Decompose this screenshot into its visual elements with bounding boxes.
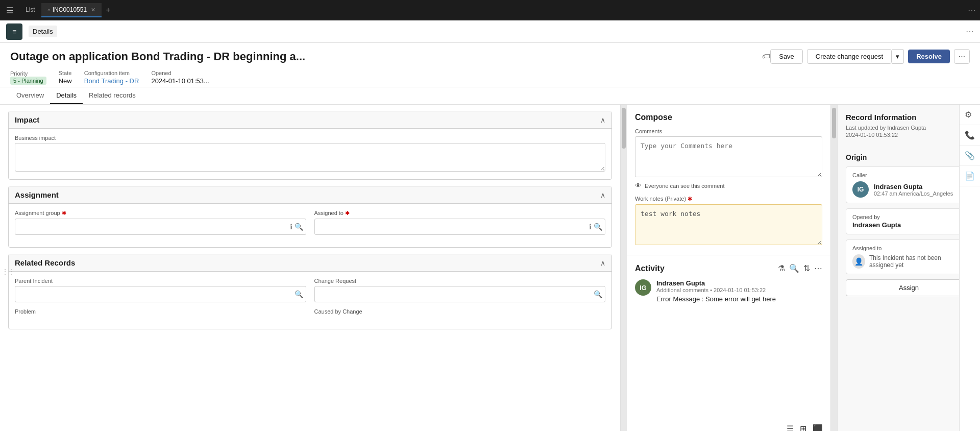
assigned-to-search-icon[interactable]: 🔍 bbox=[594, 223, 602, 231]
app-logo[interactable]: ≡ bbox=[6, 23, 22, 40]
parent-incident-input-wrapper: 🔍 bbox=[15, 286, 306, 302]
tab-list: List ○ INC0010551 ✕ + bbox=[19, 3, 114, 17]
visibility-icon: 👁 bbox=[635, 182, 642, 189]
change-request-search-icon[interactable]: 🔍 bbox=[594, 290, 602, 298]
change-request-input[interactable] bbox=[314, 286, 606, 302]
comments-textarea[interactable] bbox=[635, 136, 822, 177]
float-settings-icon[interactable]: ⚙ bbox=[960, 105, 980, 125]
meta-priority: Priority 5 - Planning bbox=[10, 70, 46, 85]
toolbar-columns-icon[interactable]: ⬛ bbox=[811, 422, 824, 431]
meta-config-item: Configuration item Bond Trading - DR bbox=[84, 70, 139, 85]
assigned-to-input[interactable]: Fred Luddy bbox=[314, 219, 606, 235]
related-records-toggle-icon[interactable]: ∧ bbox=[600, 259, 605, 267]
parent-incident-search-icon[interactable]: 🔍 bbox=[295, 290, 303, 298]
drag-handle-icon[interactable]: ⋮⋮ bbox=[2, 268, 14, 275]
state-label: State bbox=[59, 70, 72, 76]
parent-incident-input[interactable] bbox=[15, 286, 306, 302]
config-item-value[interactable]: Bond Trading - DR bbox=[84, 77, 139, 85]
activity-content: Indrasen Gupta Additional comments • 202… bbox=[656, 279, 822, 303]
assigned-to-label: Assigned to ✱ bbox=[314, 210, 606, 217]
app-header: ≡ Details ⋯ bbox=[0, 20, 980, 43]
assignment-group-icons: ℹ 🔍 bbox=[290, 223, 303, 231]
meta-opened: Opened 2024-01-10 01:53... bbox=[151, 70, 209, 85]
tab-list-item[interactable]: List bbox=[19, 3, 41, 17]
assigned-to-info-icon[interactable]: ℹ bbox=[589, 223, 592, 231]
bottom-toolbar: ☰ ⊞ ⬛ bbox=[627, 419, 830, 431]
priority-label: Priority bbox=[10, 70, 46, 77]
tab-overview[interactable]: Overview bbox=[10, 87, 50, 104]
caller-label: Caller bbox=[852, 172, 965, 178]
meta-state: State New bbox=[59, 70, 72, 85]
opened-by-name: Indrasen Gupta bbox=[852, 221, 965, 229]
activity-search-icon[interactable]: 🔍 bbox=[789, 264, 799, 273]
record-actions: Save Create change request ▾ Resolve ⋯ bbox=[770, 49, 970, 64]
assignment-group-required: ✱ bbox=[62, 210, 66, 216]
resolve-button[interactable]: Resolve bbox=[908, 50, 950, 63]
tab-related-records[interactable]: Related records bbox=[83, 87, 142, 104]
change-request-icons: 🔍 bbox=[594, 290, 602, 298]
assigned-to-input-wrapper: Fred Luddy ℹ 🔍 bbox=[314, 219, 606, 235]
tab-close-icon[interactable]: ✕ bbox=[91, 7, 95, 13]
activity-section: Activity ⚗ 🔍 ⇅ ⋯ IG Indrasen Gupta Addit… bbox=[627, 255, 830, 419]
tab-incident[interactable]: ○ INC0010551 ✕ bbox=[41, 3, 102, 17]
float-clip-icon[interactable]: 📎 bbox=[960, 146, 980, 166]
activity-avatar: IG bbox=[635, 279, 651, 296]
assigned-to-card: Assigned to 👤 This Incident has not been… bbox=[846, 240, 972, 274]
assignment-toggle-icon[interactable]: ∧ bbox=[600, 191, 605, 199]
business-impact-label: Business impact bbox=[15, 135, 605, 141]
caller-avatar: IG bbox=[852, 181, 869, 198]
assigned-to-required: ✱ bbox=[345, 210, 350, 216]
caused-by-change-field: Caused by Change bbox=[314, 308, 606, 317]
record-title: Outage on application Bond Trading - DR … bbox=[10, 50, 758, 63]
float-phone-icon[interactable]: 📞 bbox=[960, 125, 980, 146]
hamburger-icon[interactable]: ☰ bbox=[4, 4, 15, 17]
related-records-section-header[interactable]: Related Records ∧ bbox=[9, 254, 611, 272]
impact-toggle-icon[interactable]: ∧ bbox=[600, 116, 605, 124]
toolbar-list-icon[interactable]: ☰ bbox=[785, 422, 795, 431]
tab-nav: Overview Details Related records bbox=[0, 87, 980, 105]
caller-time: 02:47 am America/Los_Angeles bbox=[874, 190, 953, 197]
left-scrollbar[interactable]: ∨ bbox=[621, 105, 627, 431]
caller-card: Caller IG Indrasen Gupta 02:47 am Americ… bbox=[846, 166, 972, 203]
impact-section-header[interactable]: Impact ∧ bbox=[9, 111, 611, 129]
impact-section: Impact ∧ Business impact bbox=[8, 111, 612, 180]
tab-details[interactable]: Details bbox=[50, 87, 83, 104]
tab-add-icon[interactable]: + bbox=[102, 4, 114, 17]
assign-button[interactable]: Assign bbox=[846, 279, 972, 296]
activity-author: Indrasen Gupta bbox=[656, 279, 822, 287]
assignment-group-search-icon[interactable]: 🔍 bbox=[295, 223, 303, 231]
top-bar-more-icon[interactable]: ⋯ bbox=[968, 6, 976, 15]
float-doc-icon[interactable]: 📄 bbox=[960, 166, 980, 186]
create-change-dropdown-button[interactable]: ▾ bbox=[892, 49, 904, 64]
app-header-more-icon[interactable]: ⋯ bbox=[966, 27, 974, 36]
record-title-row: Outage on application Bond Trading - DR … bbox=[10, 49, 970, 64]
top-bar-left: ☰ List ○ INC0010551 ✕ + bbox=[4, 3, 114, 17]
save-button[interactable]: Save bbox=[770, 49, 803, 64]
assigned-to-label: Assigned to bbox=[852, 245, 965, 251]
toolbar-table-icon[interactable]: ⊞ bbox=[798, 422, 808, 431]
assignment-group-info-icon[interactable]: ℹ bbox=[290, 223, 292, 231]
assignment-group-input[interactable]: IT Securities bbox=[15, 219, 306, 235]
assignment-group-field: Assignment group ✱ IT Securities ℹ 🔍 bbox=[15, 210, 306, 235]
record-header: Outage on application Bond Trading - DR … bbox=[0, 43, 980, 87]
create-change-request-button[interactable]: Create change request bbox=[807, 49, 892, 64]
tab-incident-label: INC0010551 bbox=[53, 6, 87, 13]
record-meta: Priority 5 - Planning State New Configur… bbox=[10, 70, 970, 87]
record-more-button[interactable]: ⋯ bbox=[954, 49, 970, 64]
assignment-section-header[interactable]: Assignment ∧ bbox=[9, 186, 611, 204]
origin-title: Origin bbox=[846, 153, 972, 161]
record-last-updated-by: Last updated by Indrasen Gupta bbox=[846, 125, 972, 131]
activity-sort-icon[interactable]: ⇅ bbox=[803, 264, 810, 273]
top-bar: ☰ List ○ INC0010551 ✕ + ⋯ bbox=[0, 0, 980, 20]
middle-scrollbar-thumb bbox=[832, 108, 836, 138]
activity-item: IG Indrasen Gupta Additional comments • … bbox=[635, 279, 822, 303]
activity-more-icon[interactable]: ⋯ bbox=[814, 264, 822, 273]
business-impact-textarea[interactable] bbox=[15, 143, 605, 172]
compose-section: Compose Comments 👁 Everyone can see this… bbox=[627, 105, 830, 255]
change-request-label: Change Request bbox=[314, 278, 606, 284]
middle-scrollbar[interactable]: ∨ bbox=[831, 105, 837, 431]
work-notes-required: ✱ bbox=[688, 196, 692, 202]
activity-filter-icon[interactable]: ⚗ bbox=[778, 264, 785, 273]
tag-icon[interactable]: 🏷 bbox=[762, 52, 770, 61]
work-notes-textarea[interactable]: test work notes bbox=[635, 204, 822, 245]
